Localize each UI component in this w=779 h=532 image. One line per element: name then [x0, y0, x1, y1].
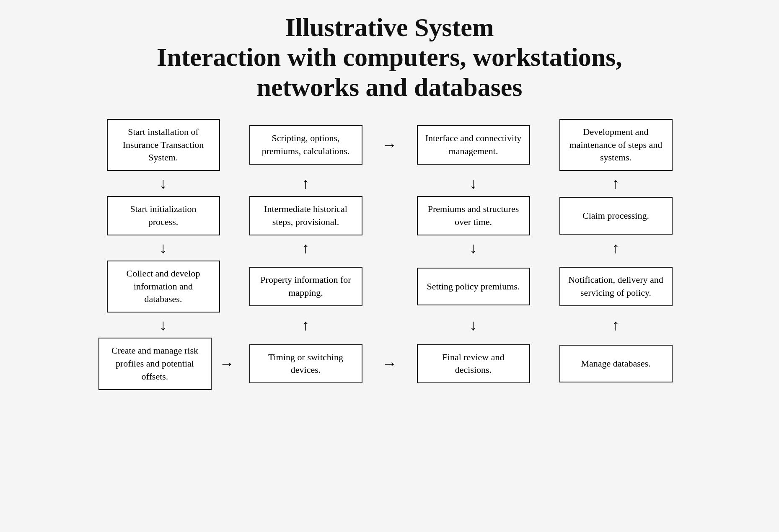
box-r1c1-text: Start installation of Insurance Transact… — [115, 126, 212, 164]
box-r7c1-text: Create and manage risk profiles and pote… — [107, 344, 203, 383]
arrow-down-r6c1: ↓ — [160, 317, 167, 333]
conn-r6c3: ↓ — [402, 312, 545, 338]
arrow-up-r2c2: ↑ — [302, 175, 310, 192]
box-r7c3: Final review and decisions. — [417, 344, 530, 384]
cell-r3c2: Intermediate historical steps, provision… — [235, 196, 377, 235]
arrow-down-r6c3: ↓ — [470, 317, 477, 333]
box-r1c4-text: Development and maintenance of steps and… — [568, 126, 664, 164]
box-r5c4-text: Notification, delivery and servicing of … — [568, 274, 664, 300]
box-r3c4-text: Claim processing. — [582, 209, 649, 222]
box-r7c4: Manage databases. — [559, 345, 673, 382]
box-r1c2-text: Scripting, options, premiums, calculatio… — [258, 132, 354, 158]
cell-r3c3: Premiums and structures over time. — [402, 196, 545, 235]
box-r5c1-text: Collect and develop information and data… — [115, 267, 212, 306]
cell-r1c3: Interface and connectivity management. — [402, 119, 545, 171]
conn-r4c1: ↓ — [92, 235, 235, 261]
main-title: Illustrative System Interaction with com… — [157, 13, 622, 102]
connector-row-2: ↓ ↑ ↓ ↑ — [92, 235, 687, 261]
arrow-up-r4c2: ↑ — [302, 240, 310, 256]
box-r7c1: Create and manage risk profiles and pote… — [98, 338, 212, 390]
conn-r4c3: ↓ — [402, 235, 545, 261]
box-r3c4: Claim processing. — [559, 197, 673, 235]
cell-r7c1: Create and manage risk profiles and pote… — [92, 338, 235, 390]
conn-r6c2: ↑ — [235, 312, 377, 338]
cell-r1c4: Development and maintenance of steps and… — [545, 119, 687, 171]
h-arrow-r7-c3c4: → — [382, 355, 397, 372]
arrow-up-r6c2: ↑ — [302, 317, 310, 333]
box-r5c2: Property information for mapping. — [249, 267, 362, 306]
conn-r2c2: ↑ — [235, 171, 377, 196]
conn-r2c4: ↑ — [545, 171, 687, 196]
connector-row-3: ↓ ↑ ↓ ↑ — [92, 312, 687, 338]
flow-table: Start installation of Insurance Transact… — [92, 119, 687, 390]
box-r3c2-text: Intermediate historical steps, provision… — [258, 203, 354, 229]
arrow-down-r4c3: ↓ — [470, 240, 477, 256]
cell-r5c2: Property information for mapping. — [235, 261, 377, 312]
box-r5c3: Setting policy premiums. — [417, 268, 530, 305]
connector-row-1: ↓ ↑ ↓ ↑ — [92, 171, 687, 196]
h-arrow-r7-c1c2: → — [220, 355, 235, 372]
box-r5c1: Collect and develop information and data… — [107, 261, 220, 312]
cell-r7c2: Timing or switching devices. — [235, 338, 377, 390]
cell-r7c3: Final review and decisions. — [402, 338, 545, 390]
box-r1c3-text: Interface and connectivity management. — [425, 132, 522, 158]
conn-r6c4: ↑ — [545, 312, 687, 338]
box-r7c2-text: Timing or switching devices. — [258, 351, 354, 377]
cell-r7-arrow: → — [377, 338, 402, 390]
conn-r6c1: ↓ — [92, 312, 235, 338]
cell-r5c3: Setting policy premiums. — [402, 261, 545, 312]
cell-r5c4: Notification, delivery and servicing of … — [545, 261, 687, 312]
box-r5c2-text: Property information for mapping. — [258, 274, 354, 300]
h-arrow-r1: → — [382, 137, 397, 153]
cell-r3-empty — [377, 196, 402, 235]
cell-r5c1: Collect and develop information and data… — [92, 261, 235, 312]
arrow-up-r6c4: ↑ — [612, 317, 620, 333]
box-r3c3: Premiums and structures over time. — [417, 196, 530, 235]
cell-r1-arrow: → — [377, 119, 402, 171]
conn-r4c4: ↑ — [545, 235, 687, 261]
conn-r2c3: ↓ — [402, 171, 545, 196]
conn-r4c2: ↑ — [235, 235, 377, 261]
conn-r2-empty — [377, 171, 402, 196]
box-r3c1-text: Start initialization process. — [115, 203, 212, 229]
conn-r4-empty — [377, 235, 402, 261]
cell-r1c1: Start installation of Insurance Transact… — [92, 119, 235, 171]
box-row-2: Start initialization process. Intermedia… — [92, 196, 687, 235]
cell-r3c4: Claim processing. — [545, 196, 687, 235]
arrow-down-r4c1: ↓ — [160, 240, 167, 256]
box-r1c3: Interface and connectivity management. — [417, 125, 530, 165]
conn-r2c1: ↓ — [92, 171, 235, 196]
box-r5c3-text: Setting policy premiums. — [427, 280, 520, 293]
box-r7c4-text: Manage databases. — [581, 357, 650, 370]
cell-r5-empty — [377, 261, 402, 312]
box-row-3: Collect and develop information and data… — [92, 261, 687, 312]
conn-r6-empty — [377, 312, 402, 338]
box-r3c1: Start initialization process. — [107, 196, 220, 235]
arrow-up-r2c4: ↑ — [612, 175, 620, 192]
box-r3c3-text: Premiums and structures over time. — [425, 203, 522, 229]
box-r7c2: Timing or switching devices. — [249, 344, 362, 384]
diagram: Start installation of Insurance Transact… — [63, 119, 717, 390]
box-r3c2: Intermediate historical steps, provision… — [249, 196, 362, 235]
arrow-down-r2c1: ↓ — [160, 175, 167, 192]
box-row-4: Create and manage risk profiles and pote… — [92, 338, 687, 390]
box-row-1: Start installation of Insurance Transact… — [92, 119, 687, 171]
cell-r7c4: Manage databases. — [545, 338, 687, 390]
cell-r3c1: Start initialization process. — [92, 196, 235, 235]
box-r1c4: Development and maintenance of steps and… — [559, 119, 673, 171]
arrow-down-r2c3: ↓ — [470, 175, 477, 192]
cell-r1c2: Scripting, options, premiums, calculatio… — [235, 119, 377, 171]
box-r5c4: Notification, delivery and servicing of … — [559, 267, 673, 306]
box-r1c1: Start installation of Insurance Transact… — [107, 119, 220, 171]
box-r7c3-text: Final review and decisions. — [425, 351, 522, 377]
box-r1c2: Scripting, options, premiums, calculatio… — [249, 125, 362, 165]
arrow-up-r4c4: ↑ — [612, 240, 620, 256]
